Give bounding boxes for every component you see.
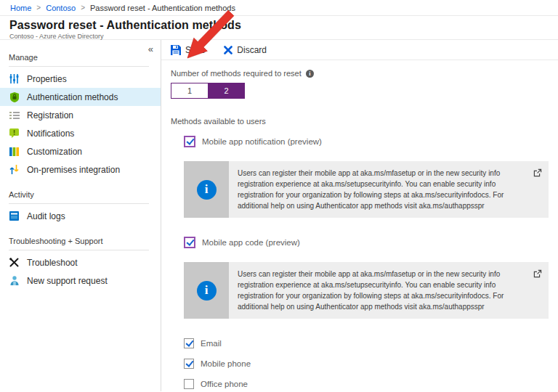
sidebar-item-label: On-premises integration bbox=[27, 165, 120, 175]
mobile-phone-checkbox[interactable] bbox=[184, 359, 194, 369]
breadcrumb-separator: > bbox=[36, 4, 41, 12]
info-banner-strip: i bbox=[184, 262, 229, 319]
command-bar: Save Discard bbox=[161, 40, 558, 60]
save-button-label: Save bbox=[185, 45, 205, 55]
info-banner-strip: i bbox=[184, 161, 229, 218]
info-banner-text: Users can register their mobile app at a… bbox=[229, 161, 549, 218]
breadcrumb-home-link[interactable]: Home bbox=[10, 4, 31, 12]
azure-portal-page: Home > Contoso > Password reset - Authen… bbox=[0, 0, 558, 392]
divider bbox=[9, 250, 149, 250]
bar-chart-icon bbox=[9, 146, 20, 157]
toggle-option-1[interactable]: 1 bbox=[171, 83, 208, 98]
sidebar-item-label: Troubleshoot bbox=[27, 258, 78, 268]
breadcrumb-contoso-link[interactable]: Contoso bbox=[46, 4, 76, 12]
checkbox-label: Email bbox=[201, 339, 222, 348]
external-link-icon[interactable] bbox=[533, 167, 542, 180]
discard-button[interactable]: Discard bbox=[224, 45, 267, 55]
methods-available-label: Methods available to users bbox=[171, 117, 558, 126]
sidebar-item-label: Notifications bbox=[27, 128, 74, 139]
discard-x-icon bbox=[224, 46, 232, 54]
sidebar-item-label: Audit logs bbox=[27, 211, 65, 221]
sidebar-item-properties[interactable]: Properties bbox=[0, 70, 161, 88]
info-banner-text: Users can register their mobile app at a… bbox=[229, 262, 549, 319]
office-phone-checkbox[interactable] bbox=[184, 379, 194, 389]
page-header: Password reset - Authentication methods … bbox=[0, 16, 558, 40]
info-icon: i bbox=[197, 281, 217, 301]
info-banner: i Users can register their mobile app at… bbox=[184, 161, 549, 218]
toggle-option-2[interactable]: 2 bbox=[208, 83, 244, 98]
checkbox-label: Mobile app notification (preview) bbox=[202, 137, 322, 146]
sidebar-item-authentication-methods[interactable]: Authentication methods bbox=[0, 88, 161, 106]
info-banner: i Users can register their mobile app at… bbox=[184, 262, 549, 319]
methods-required-toggle: 1 2 bbox=[171, 83, 245, 99]
sidebar-item-label: Customization bbox=[27, 147, 82, 157]
checkbox-label: Office phone bbox=[201, 380, 248, 388]
audit-logs-icon bbox=[9, 211, 20, 221]
email-checkbox[interactable] bbox=[184, 338, 194, 348]
shield-icon bbox=[9, 91, 20, 102]
save-icon bbox=[171, 45, 181, 55]
sidebar-section-activity: Activity bbox=[9, 190, 161, 199]
sidebar-item-customization[interactable]: Customization bbox=[0, 142, 161, 160]
page-subtitle: Contoso - Azure Active Directory bbox=[9, 33, 558, 40]
checkbox-row-mobile-app-notification: Mobile app notification (preview) bbox=[184, 136, 558, 147]
checkbox-label: Mobile app code (preview) bbox=[202, 238, 300, 247]
sidebar-section-troubleshooting: Troubleshooting + Support bbox=[9, 237, 161, 245]
discard-button-label: Discard bbox=[237, 45, 267, 55]
sidebar-item-label: Authentication methods bbox=[27, 92, 118, 102]
sidebar-item-audit-logs[interactable]: Audit logs bbox=[0, 207, 161, 225]
breadcrumb-separator: > bbox=[81, 4, 85, 12]
sidebar-item-troubleshoot[interactable]: Troubleshoot bbox=[0, 253, 161, 271]
sidebar-item-registration[interactable]: Registration bbox=[0, 106, 161, 124]
sidebar-item-label: New support request bbox=[27, 276, 108, 286]
checkbox-row-mobile-phone: Mobile phone bbox=[184, 358, 558, 369]
sidebar: « Manage Properties Authentication metho… bbox=[0, 40, 161, 391]
breadcrumb-current: Password reset - Authentication methods bbox=[90, 4, 235, 12]
divider bbox=[9, 66, 149, 67]
sync-arrows-icon bbox=[9, 164, 20, 175]
info-tooltip-icon[interactable]: i bbox=[306, 70, 314, 78]
external-link-icon[interactable] bbox=[533, 268, 542, 281]
methods-required-label-row: Number of methods required to reset i bbox=[171, 69, 558, 78]
methods-required-label: Number of methods required to reset bbox=[171, 69, 302, 78]
sidebar-collapse-icon[interactable]: « bbox=[148, 44, 153, 54]
divider bbox=[9, 203, 149, 204]
sidebar-item-label: Registration bbox=[27, 110, 73, 121]
mobile-app-notification-checkbox[interactable] bbox=[184, 136, 195, 147]
sidebar-section-manage: Manage bbox=[9, 53, 161, 62]
support-person-icon bbox=[9, 275, 20, 286]
mobile-app-code-checkbox[interactable] bbox=[184, 237, 195, 248]
troubleshoot-tools-icon bbox=[9, 257, 20, 268]
breadcrumb: Home > Contoso > Password reset - Authen… bbox=[0, 0, 558, 16]
checkbox-label: Mobile phone bbox=[201, 359, 251, 368]
list-icon bbox=[9, 110, 20, 121]
checkbox-row-email: Email bbox=[184, 338, 558, 348]
sidebar-item-label: Properties bbox=[27, 74, 67, 84]
checkbox-row-office-phone: Office phone bbox=[184, 378, 558, 389]
sidebar-item-notifications[interactable]: Notifications bbox=[0, 124, 161, 142]
info-icon: i bbox=[197, 180, 217, 200]
sliders-icon bbox=[9, 73, 20, 84]
content-pane: Save Discard Number of methods required … bbox=[161, 40, 558, 391]
page-title: Password reset - Authentication methods bbox=[9, 19, 558, 32]
sidebar-item-on-premises-integration[interactable]: On-premises integration bbox=[0, 160, 161, 179]
checkbox-row-mobile-app-code: Mobile app code (preview) bbox=[184, 237, 558, 248]
save-button[interactable]: Save bbox=[171, 45, 205, 55]
sidebar-item-new-support-request[interactable]: New support request bbox=[0, 271, 161, 290]
notification-icon bbox=[9, 128, 20, 139]
